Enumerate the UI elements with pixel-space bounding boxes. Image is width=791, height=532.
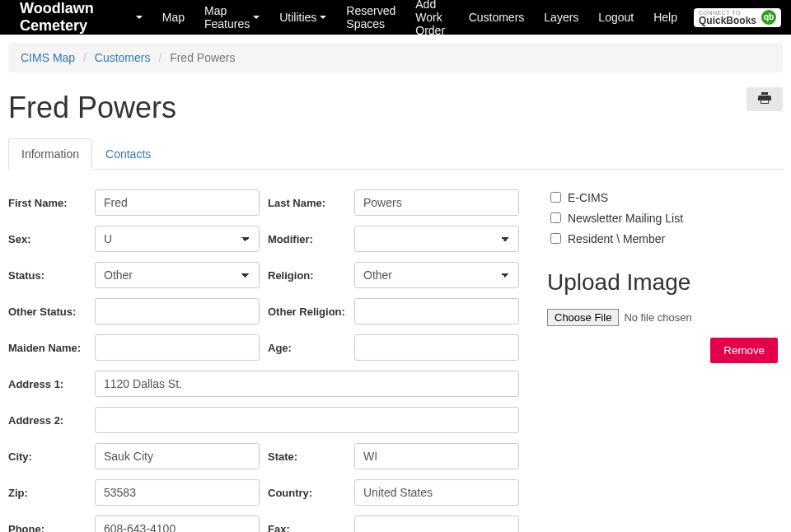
label-state: State:: [268, 450, 354, 463]
customer-form: First Name: Last Name: Sex:U Modifier: S…: [8, 189, 527, 532]
age-input[interactable]: [354, 334, 519, 361]
country-input[interactable]: [354, 479, 519, 506]
quickbooks-icon: qb: [761, 10, 776, 25]
page-title: Fred Powers: [8, 91, 747, 125]
last-name-input[interactable]: [354, 189, 519, 216]
label-other-religion: Other Religion:: [268, 306, 354, 318]
chevron-down-icon: [320, 16, 326, 19]
address2-input[interactable]: [95, 407, 519, 433]
newsletter-label: Newsletter Mailing List: [568, 212, 683, 225]
nav-logout[interactable]: Logout: [588, 1, 644, 34]
upload-image-heading: Upload Image: [547, 269, 783, 296]
breadcrumb: CIMS Map / Customers / Fred Powers: [8, 43, 783, 72]
label-modifier: Modifier:: [268, 233, 354, 245]
ecims-checkbox[interactable]: [550, 192, 561, 203]
sex-select[interactable]: U: [95, 226, 260, 252]
label-status: Status:: [8, 269, 95, 282]
nav-customers[interactable]: Customers: [459, 0, 535, 47]
other-status-input[interactable]: [95, 298, 260, 324]
brand-dropdown[interactable]: Woodlawn Cemetery: [10, 0, 152, 43]
first-name-input[interactable]: [95, 189, 260, 216]
religion-select[interactable]: Other: [354, 262, 519, 288]
nav-help[interactable]: Help: [644, 1, 687, 34]
modifier-select[interactable]: [354, 226, 519, 252]
breadcrumb-cims-map[interactable]: CIMS Map: [21, 51, 75, 64]
label-zip: Zip:: [8, 487, 95, 499]
label-last-name: Last Name:: [268, 197, 354, 209]
remove-button[interactable]: Remove: [710, 338, 778, 363]
side-panel: E-CIMS Newsletter Mailing List Resident …: [527, 189, 783, 532]
label-fax: Fax:: [268, 523, 354, 533]
nav-map-features[interactable]: Map Features: [194, 0, 269, 47]
print-button[interactable]: [747, 87, 783, 111]
nav-reserved-spaces[interactable]: Reserved Spaces: [336, 0, 405, 47]
brand-label: Woodlawn Cemetery: [20, 0, 133, 35]
zip-input[interactable]: [95, 479, 260, 506]
chevron-down-icon: [253, 16, 260, 19]
nav-layers[interactable]: Layers: [534, 0, 588, 47]
label-phone: Phone:: [8, 523, 95, 533]
quickbooks-connect-button[interactable]: CONNECT TO QuickBooks qb: [694, 8, 781, 27]
label-city: City:: [8, 450, 95, 463]
label-sex: Sex:: [8, 233, 95, 245]
chevron-down-icon: [136, 16, 143, 19]
breadcrumb-customers[interactable]: Customers: [95, 51, 151, 64]
resident-label: Resident \ Member: [568, 232, 665, 245]
label-country: Country:: [268, 487, 354, 499]
maiden-name-input[interactable]: [95, 334, 260, 361]
breadcrumb-current: Fred Powers: [170, 51, 235, 64]
label-religion: Religion:: [268, 269, 354, 282]
newsletter-checkbox[interactable]: [550, 212, 561, 223]
nav-utilities[interactable]: Utilities: [269, 0, 336, 47]
label-maiden-name: Maiden Name:: [8, 342, 95, 354]
state-input[interactable]: [354, 443, 519, 469]
file-chosen-text: No file chosen: [624, 311, 691, 324]
label-address2: Address 2:: [8, 414, 95, 427]
other-religion-input[interactable]: [354, 298, 519, 324]
city-input[interactable]: [95, 443, 260, 469]
label-other-status: Other Status:: [8, 306, 95, 318]
resident-checkbox[interactable]: [550, 233, 561, 244]
print-icon: [758, 92, 771, 104]
ecims-label: E-CIMS: [568, 191, 608, 204]
tab-information[interactable]: Information: [8, 138, 92, 170]
nav-map[interactable]: Map: [152, 0, 194, 47]
label-age: Age:: [268, 342, 354, 354]
tabs: Information Contacts: [8, 138, 783, 170]
label-first-name: First Name:: [8, 197, 95, 209]
label-address1: Address 1:: [8, 378, 95, 390]
status-select[interactable]: Other: [95, 262, 260, 288]
top-navbar: Woodlawn Cemetery Map Map Features Utili…: [0, 0, 791, 35]
quickbooks-main-label: QuickBooks: [699, 16, 756, 26]
choose-file-button[interactable]: Choose File: [547, 309, 619, 326]
address1-input[interactable]: [95, 371, 519, 397]
tab-contacts[interactable]: Contacts: [92, 138, 164, 170]
fax-input[interactable]: [354, 516, 519, 532]
phone-input[interactable]: [95, 516, 260, 532]
nav-add-work-order[interactable]: Add Work Order: [405, 0, 458, 47]
